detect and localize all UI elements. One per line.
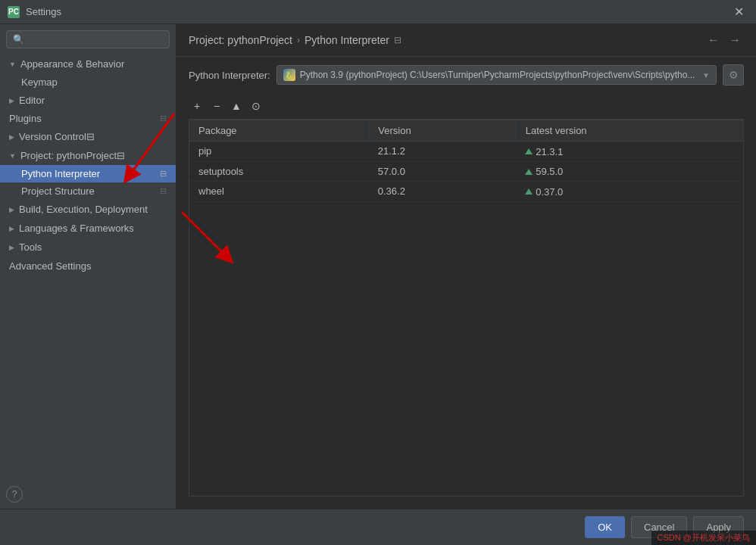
interpreter-gear-button[interactable]: ⚙ <box>723 64 744 86</box>
nav-back-button[interactable]: ← <box>704 32 723 48</box>
expand-arrow: ▶ <box>9 133 14 141</box>
sidebar-item-label: Plugins <box>9 113 42 124</box>
table-row: wheel 0.36.2 0.37.0 <box>189 182 743 202</box>
sidebar-item-label: Advanced Settings <box>9 260 91 272</box>
table-row: pip 21.1.2 21.3.1 <box>189 142 743 162</box>
package-table-container: Package Version Latest version pip 21.1.… <box>189 120 744 497</box>
expand-arrow: ▼ <box>9 61 16 68</box>
sidebar-item-advanced[interactable]: Advanced Settings <box>0 257 176 276</box>
dropdown-arrow-icon: ▼ <box>702 71 710 79</box>
settings-dialog: ▼ Appearance & Behavior Keymap ▶ Editor … <box>0 24 756 545</box>
dialog-footer: OK Cancel Apply <box>0 509 756 545</box>
dialog-body: ▼ Appearance & Behavior Keymap ▶ Editor … <box>0 24 756 509</box>
sidebar-item-version-control[interactable]: ▶ Version Control ⊟ <box>0 127 176 146</box>
upgrade-icon <box>525 169 533 175</box>
repo-icon: ⊟ <box>160 169 167 179</box>
package-version: 0.36.2 <box>369 182 516 202</box>
help-button[interactable]: ? <box>6 486 23 503</box>
pin-icon[interactable]: ⊟ <box>394 35 401 45</box>
sidebar-item-label: Version Control <box>19 131 86 142</box>
sidebar-item-label: Editor <box>19 95 45 106</box>
package-area: + − ▲ ⊙ Package Version Latest version <box>177 93 756 509</box>
breadcrumb: Project: pythonProject › Python Interpre… <box>177 24 756 57</box>
window-title: Settings <box>26 6 729 17</box>
interpreter-label: Python Interpreter: <box>189 70 270 81</box>
sidebar-item-python-interpreter[interactable]: Python Interpreter ⊟ <box>0 165 176 182</box>
sidebar-item-appearance[interactable]: ▼ Appearance & Behavior <box>0 54 176 73</box>
sidebar-item-label: Appearance & Behavior <box>20 58 124 70</box>
add-package-button[interactable]: + <box>189 98 205 114</box>
sidebar-item-label: Python Interpreter <box>21 168 100 179</box>
expand-arrow: ▶ <box>9 97 14 104</box>
col-package: Package <box>189 120 369 142</box>
package-name: wheel <box>189 182 369 202</box>
sidebar-item-label: Build, Execution, Deployment <box>19 204 148 215</box>
col-latest: Latest version <box>516 120 743 142</box>
repo-icon: ⊟ <box>160 114 167 123</box>
sidebar-item-label: Languages & Frameworks <box>19 223 134 234</box>
interpreter-select[interactable]: 🐍 Python 3.9 (pythonProject) C:\Users\Tu… <box>276 65 717 85</box>
package-toolbar: + − ▲ ⊙ <box>189 93 744 120</box>
package-table: Package Version Latest version pip 21.1.… <box>189 120 743 202</box>
watermark: CSDN @开机发呆小菜鸟 <box>651 531 756 545</box>
package-latest: 0.37.0 <box>516 182 743 202</box>
sidebar-item-keymap[interactable]: Keymap <box>0 73 176 91</box>
repo-icon: ⊟ <box>86 131 95 142</box>
interpreter-value: Python 3.9 (pythonProject) C:\Users\Turn… <box>300 70 698 80</box>
remove-package-button[interactable]: − <box>208 98 225 114</box>
sidebar: ▼ Appearance & Behavior Keymap ▶ Editor … <box>0 24 177 509</box>
nav-forward-button[interactable]: → <box>726 32 744 48</box>
upgrade-icon <box>525 188 533 195</box>
sidebar-item-project[interactable]: ▼ Project: pythonProject ⊟ <box>0 146 176 165</box>
repo-icon: ⊟ <box>117 150 125 161</box>
package-version: 21.1.2 <box>369 142 516 162</box>
main-content: Project: pythonProject › Python Interpre… <box>177 24 756 509</box>
sidebar-item-build[interactable]: ▶ Build, Execution, Deployment <box>0 200 176 219</box>
search-input[interactable] <box>6 30 170 48</box>
ok-button[interactable]: OK <box>585 516 625 538</box>
sidebar-item-languages[interactable]: ▶ Languages & Frameworks <box>0 219 176 238</box>
upgrade-icon <box>525 148 533 154</box>
app-icon: PC <box>8 6 20 18</box>
eye-package-button[interactable]: ⊙ <box>248 98 264 114</box>
expand-arrow: ▼ <box>9 152 16 160</box>
package-latest: 59.5.0 <box>516 161 743 182</box>
repo-icon: ⊟ <box>160 186 167 196</box>
sidebar-item-label: Project: pythonProject <box>20 150 117 161</box>
breadcrumb-separator: › <box>297 35 300 45</box>
breadcrumb-nav: ← → <box>704 32 744 48</box>
breadcrumb-current: Python Interpreter <box>305 34 389 46</box>
breadcrumb-parent: Project: pythonProject <box>189 34 292 46</box>
sidebar-item-editor[interactable]: ▶ Editor <box>0 91 176 110</box>
title-bar: PC Settings ✕ <box>0 0 756 24</box>
package-latest: 21.3.1 <box>516 142 743 162</box>
sidebar-item-label: Keymap <box>21 76 58 88</box>
upgrade-package-button[interactable]: ▲ <box>228 98 245 114</box>
package-name: setuptools <box>189 161 369 182</box>
expand-arrow: ▶ <box>9 244 14 251</box>
sidebar-item-label: Tools <box>19 241 42 253</box>
table-row: setuptools 57.0.0 59.5.0 <box>189 161 743 182</box>
close-button[interactable]: ✕ <box>729 3 748 20</box>
interpreter-row: Python Interpreter: 🐍 Python 3.9 (python… <box>177 57 756 93</box>
package-version: 57.0.0 <box>369 161 516 182</box>
python-icon: 🐍 <box>283 69 295 81</box>
sidebar-item-project-structure[interactable]: Project Structure ⊟ <box>0 182 176 200</box>
expand-arrow: ▶ <box>9 206 14 213</box>
col-version: Version <box>369 120 516 142</box>
sidebar-item-tools[interactable]: ▶ Tools <box>0 238 176 257</box>
table-header-row: Package Version Latest version <box>189 120 743 142</box>
package-name: pip <box>189 142 369 162</box>
sidebar-bottom: ? <box>0 480 176 509</box>
sidebar-item-plugins[interactable]: Plugins ⊟ <box>0 110 176 127</box>
expand-arrow: ▶ <box>9 225 14 232</box>
sidebar-item-label: Project Structure <box>21 185 95 197</box>
